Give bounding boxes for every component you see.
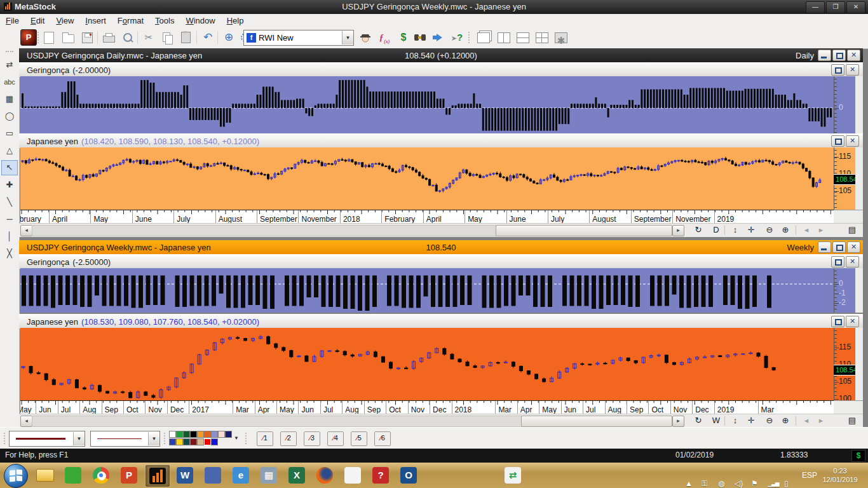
- toolbar-grip[interactable]: [245, 433, 249, 444]
- taskbar-help-icon[interactable]: ?: [369, 464, 393, 486]
- color-palette-dropdown[interactable]: ▼: [234, 435, 239, 441]
- template-combo-dropdown[interactable]: ▼: [342, 31, 353, 44]
- color-swatch[interactable]: [176, 438, 183, 445]
- print-icon[interactable]: [100, 30, 117, 45]
- scrollbar-thumb[interactable]: [496, 225, 672, 236]
- pointer-tool-icon[interactable]: ↖: [1, 160, 18, 175]
- scroll-right-arrow[interactable]: ▸: [672, 416, 684, 427]
- menu-window[interactable]: Window: [180, 15, 220, 27]
- layout-button-1[interactable]: ∕1: [257, 431, 273, 446]
- color-swatch[interactable]: [211, 438, 218, 445]
- taskbar-metastock-icon[interactable]: [145, 464, 170, 487]
- start-button[interactable]: [4, 464, 28, 488]
- taskbar-clock[interactable]: 0:23 12/01/2019: [813, 463, 867, 488]
- scroll-left-arrow[interactable]: ◂: [20, 416, 32, 427]
- securities-icon[interactable]: $: [395, 30, 412, 45]
- scroll-tool-icon[interactable]: ⇄: [1, 57, 18, 72]
- refresh-button[interactable]: ↻: [691, 415, 705, 426]
- menu-view[interactable]: View: [50, 15, 79, 27]
- taskbar-explorer-icon[interactable]: [33, 464, 57, 486]
- print-preview-icon[interactable]: [119, 30, 136, 45]
- line-style-dropdown[interactable]: ▼: [148, 432, 159, 445]
- zoom-out-button[interactable]: ⊖: [763, 415, 776, 426]
- scrollbar-thumb[interactable]: [521, 416, 672, 427]
- refresh-button[interactable]: ↻: [691, 224, 705, 236]
- color-swatch[interactable]: [211, 431, 218, 438]
- options-gear-icon[interactable]: ✱: [553, 30, 569, 45]
- new-chart-icon[interactable]: [41, 30, 57, 45]
- app-close-button[interactable]: ✕: [846, 1, 865, 13]
- daily-indicator-header[interactable]: Geringonça (-2.00000) ✕: [19, 62, 863, 78]
- line-weight-combo[interactable]: ▼: [9, 431, 85, 447]
- panel-restore-button[interactable]: [831, 256, 844, 268]
- menu-file[interactable]: File: [0, 15, 25, 27]
- color-swatch[interactable]: [204, 431, 211, 438]
- copy-icon[interactable]: [158, 30, 175, 45]
- color-swatch[interactable]: [204, 438, 211, 445]
- color-swatch[interactable]: [218, 431, 225, 438]
- menu-edit[interactable]: Edit: [25, 15, 50, 27]
- tray-network-icon[interactable]: ◍: [718, 471, 732, 488]
- layout-button-4[interactable]: ∕4: [327, 431, 344, 446]
- tray-flag-icon[interactable]: ⚑: [751, 471, 765, 488]
- toolbar-grip[interactable]: [4, 433, 8, 444]
- data-window-button[interactable]: ▤: [845, 224, 859, 236]
- crossed-lines-tool-icon[interactable]: ╳: [1, 246, 18, 261]
- panel-restore-button[interactable]: [831, 316, 844, 327]
- color-swatch[interactable]: [197, 438, 204, 445]
- periodicity-button[interactable]: D: [709, 224, 723, 236]
- text-tool-icon[interactable]: abc: [1, 74, 18, 90]
- tray-hidden-icons-icon[interactable]: ▲: [685, 471, 699, 488]
- color-swatch[interactable]: [169, 431, 176, 438]
- daily-indicator-plot[interactable]: [20, 76, 834, 133]
- color-swatch[interactable]: [183, 438, 190, 445]
- taskbar-blue-app-icon[interactable]: [201, 464, 225, 486]
- zoom-in-button[interactable]: ⊕: [778, 224, 792, 236]
- app-titlebar[interactable]: MetaStock USDJPY Geringonça Weekly.mwc -…: [0, 0, 868, 14]
- layout-button-2[interactable]: ∕2: [280, 431, 297, 446]
- app-restore-button[interactable]: ❐: [826, 1, 845, 13]
- color-swatch[interactable]: [176, 431, 183, 438]
- periodicity-button[interactable]: W: [709, 415, 723, 426]
- paste-icon[interactable]: [177, 30, 194, 45]
- daily-price-header[interactable]: Japanese yen (108.420, 108.590, 108.130,…: [19, 133, 863, 149]
- toolbar-grip[interactable]: [468, 32, 472, 43]
- taskbar-notepad-icon[interactable]: [341, 464, 365, 486]
- color-swatch[interactable]: [169, 438, 176, 445]
- daily-price-plot[interactable]: [20, 147, 834, 210]
- tray-signal-icon[interactable]: ▁▃▅: [768, 471, 782, 488]
- prev-button[interactable]: ◂: [799, 224, 813, 236]
- weekly-restore-button[interactable]: [832, 241, 846, 253]
- panel-close-button[interactable]: ✕: [846, 256, 859, 268]
- power-console-icon[interactable]: P: [20, 29, 37, 46]
- panel-restore-button[interactable]: [831, 64, 844, 76]
- taskbar-internet-explorer-icon[interactable]: e: [229, 464, 253, 486]
- data-window-button[interactable]: ▤: [845, 415, 859, 426]
- zoom-out-button[interactable]: ⊖: [763, 224, 776, 236]
- taskbar-calculator-icon[interactable]: ▦: [257, 464, 281, 486]
- tray-usb-icon[interactable]: ⚿: [702, 471, 715, 488]
- layout-button-5[interactable]: ∕5: [351, 431, 367, 446]
- color-swatch[interactable]: [190, 431, 197, 438]
- menu-tools[interactable]: Tools: [149, 15, 180, 27]
- rectangle-tool-icon[interactable]: ▭: [1, 126, 18, 141]
- crosshair-pointer-icon[interactable]: ⊕: [220, 30, 237, 45]
- weekly-window-titlebar[interactable]: USDJPY Geringonça Weekly.mwc - Japanese …: [19, 240, 863, 254]
- taskbar-excel-icon[interactable]: X: [285, 464, 309, 486]
- taskbar-notes-icon[interactable]: [61, 464, 85, 486]
- daily-minimize-button[interactable]: [818, 50, 831, 61]
- menu-help[interactable]: Help: [221, 15, 250, 27]
- tray-power-icon[interactable]: ▯: [784, 471, 798, 488]
- cascade-windows-icon[interactable]: [475, 30, 492, 45]
- taskbar-word-icon[interactable]: W: [173, 464, 197, 486]
- weekly-close-button[interactable]: ✕: [847, 241, 860, 253]
- tray-language[interactable]: ESP: [802, 463, 817, 488]
- taskbar-powerpoint-icon[interactable]: P: [117, 464, 141, 486]
- pan-button[interactable]: ✛: [744, 224, 758, 236]
- taskbar-outlook-icon[interactable]: O: [397, 464, 421, 486]
- vertical-line-tool-icon[interactable]: │: [1, 229, 18, 244]
- panel-close-button[interactable]: ✕: [846, 64, 859, 76]
- open-icon[interactable]: [60, 30, 76, 45]
- daily-window-titlebar[interactable]: USDJPY Geringonça Daily.mwc - Japanese y…: [19, 48, 863, 62]
- weekly-indicator-plot[interactable]: [20, 268, 834, 313]
